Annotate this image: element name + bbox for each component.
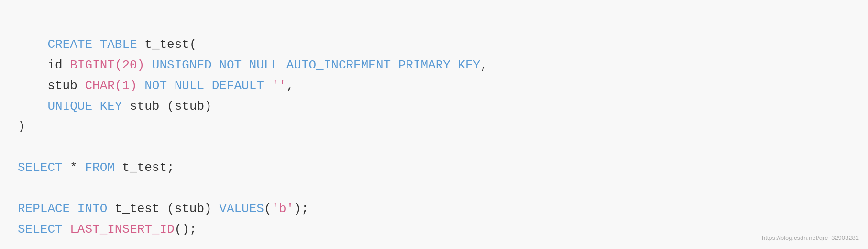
- line-7: SELECT * FROM t_test;: [18, 160, 175, 175]
- line-5: ): [18, 119, 25, 134]
- line-1: CREATE TABLE t_test(: [47, 37, 197, 52]
- line-9: REPLACE INTO t_test (stub) VALUES('b');: [18, 202, 309, 216]
- watermark-text: https://blog.csdn.net/qrc_32903281: [762, 233, 859, 243]
- code-editor: CREATE TABLE t_test( id BIGINT(20) UNSIG…: [0, 0, 868, 249]
- line-4: UNIQUE KEY stub (stub): [18, 99, 212, 113]
- line-3: stub CHAR(1) NOT NULL DEFAULT '',: [18, 79, 294, 93]
- line-2: id BIGINT(20) UNSIGNED NOT NULL AUTO_INC…: [18, 58, 488, 72]
- line-10: SELECT LAST_INSERT_ID();: [18, 222, 197, 237]
- code-content: CREATE TABLE t_test( id BIGINT(20) UNSIG…: [18, 14, 850, 249]
